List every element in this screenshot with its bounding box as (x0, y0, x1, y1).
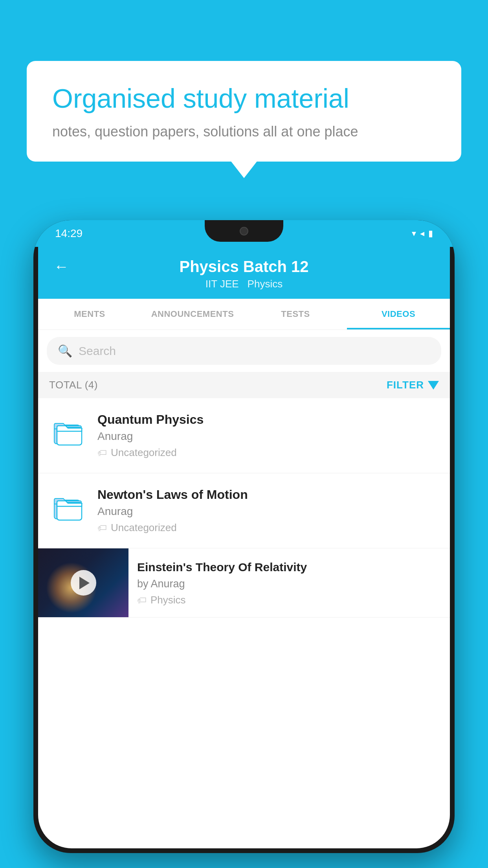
subtitle-iitjee: IIT JEE (205, 278, 239, 290)
tab-ments[interactable]: MENTS (38, 299, 141, 329)
tab-announcements[interactable]: ANNOUNCEMENTS (141, 299, 244, 329)
video-title-2: Newton's Laws of Motion (97, 487, 439, 502)
wifi-icon: ▾ (412, 228, 416, 239)
speech-bubble-subtitle: notes, question papers, solutions all at… (52, 123, 436, 140)
tag-icon-3: 🏷 (137, 595, 147, 606)
app-bar-subtitle: IIT JEE Physics (54, 278, 434, 290)
tag-label-3: Physics (150, 594, 186, 606)
list-item[interactable]: Quantum Physics Anurag 🏷 Uncategorized (38, 398, 450, 473)
search-bar[interactable]: 🔍 Search (47, 337, 441, 365)
list-item[interactable]: Newton's Laws of Motion Anurag 🏷 Uncateg… (38, 473, 450, 548)
filter-button[interactable]: FILTER (387, 379, 439, 391)
search-container: 🔍 Search (38, 330, 450, 372)
signal-icon: ◂ (420, 228, 424, 239)
total-label: TOTAL (4) (49, 379, 98, 391)
video-title-3: Einstein's Theory Of Relativity (137, 559, 441, 575)
subtitle-physics: Physics (248, 278, 283, 290)
app-bar-top: ← Physics Batch 12 (54, 258, 434, 276)
video-list: Quantum Physics Anurag 🏷 Uncategorized (38, 398, 450, 618)
camera-dot (240, 227, 248, 235)
search-input[interactable]: Search (79, 344, 116, 358)
video-thumb-1 (49, 412, 86, 450)
tag-label-1: Uncategorized (111, 447, 177, 459)
tab-tests[interactable]: TESTS (244, 299, 347, 329)
video-author-3: by Anurag (137, 578, 441, 590)
tab-videos[interactable]: VIDEOS (347, 299, 450, 329)
app-bar-title: Physics Batch 12 (179, 258, 308, 276)
status-time: 14:29 (55, 227, 83, 240)
battery-icon: ▮ (428, 228, 433, 239)
video-info-3: Einstein's Theory Of Relativity by Anura… (128, 548, 450, 617)
speech-bubble-title: Organised study material (52, 83, 436, 115)
speech-bubble-container: Organised study material notes, question… (27, 61, 461, 162)
video-info-2: Newton's Laws of Motion Anurag 🏷 Uncateg… (97, 487, 439, 534)
filter-row: TOTAL (4) FILTER (38, 372, 450, 398)
video-tag-1: 🏷 Uncategorized (97, 447, 439, 459)
video-author-2: Anurag (97, 505, 439, 518)
video-info-1: Quantum Physics Anurag 🏷 Uncategorized (97, 412, 439, 459)
play-triangle-icon (79, 577, 90, 589)
list-item[interactable]: Einstein's Theory Of Relativity by Anura… (38, 548, 450, 618)
speech-bubble: Organised study material notes, question… (27, 61, 461, 162)
tab-bar: MENTS ANNOUNCEMENTS TESTS VIDEOS (38, 299, 450, 330)
video-title-1: Quantum Physics (97, 412, 439, 427)
video-thumbnail-3 (38, 548, 128, 617)
phone-frame: 14:29 ▾ ◂ ▮ ← Physics Batch 12 IIT JEE P… (33, 220, 455, 853)
video-tag-3: 🏷 Physics (137, 594, 441, 606)
folder-icon (52, 416, 84, 446)
back-button[interactable]: ← (54, 258, 69, 275)
status-bar: 14:29 ▾ ◂ ▮ (33, 220, 455, 247)
folder-icon (52, 491, 84, 521)
phone-container: 14:29 ▾ ◂ ▮ ← Physics Batch 12 IIT JEE P… (33, 220, 455, 868)
tag-label-2: Uncategorized (111, 522, 177, 534)
filter-icon (428, 381, 439, 390)
phone-notch (205, 220, 283, 242)
play-button[interactable] (71, 570, 96, 596)
tag-icon-1: 🏷 (97, 447, 107, 458)
video-author-1: Anurag (97, 430, 439, 443)
phone-screen: ← Physics Batch 12 IIT JEE Physics MENTS… (38, 247, 450, 848)
video-thumb-2 (49, 487, 86, 525)
status-icons: ▾ ◂ ▮ (412, 228, 433, 239)
search-icon: 🔍 (58, 344, 72, 358)
filter-label: FILTER (387, 379, 424, 391)
app-bar: ← Physics Batch 12 IIT JEE Physics (38, 247, 450, 299)
tag-icon-2: 🏷 (97, 522, 107, 533)
video-tag-2: 🏷 Uncategorized (97, 522, 439, 534)
